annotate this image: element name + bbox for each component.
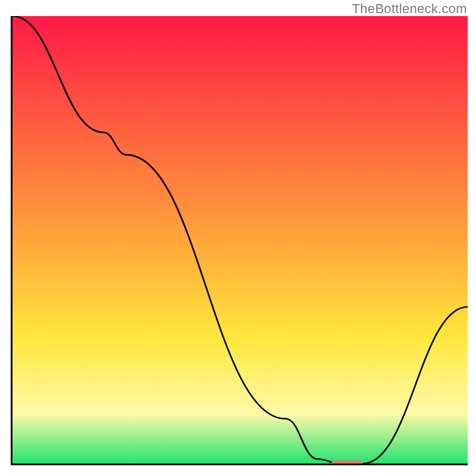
axes-frame — [11, 16, 468, 465]
attribution-text: TheBottleneck.com — [352, 1, 467, 17]
chart-container: TheBottleneck.com — [0, 0, 476, 476]
bottleneck-curve — [12, 16, 468, 464]
optimal-marker — [331, 461, 364, 464]
curve-svg — [12, 16, 468, 464]
plot-area — [12, 16, 468, 464]
